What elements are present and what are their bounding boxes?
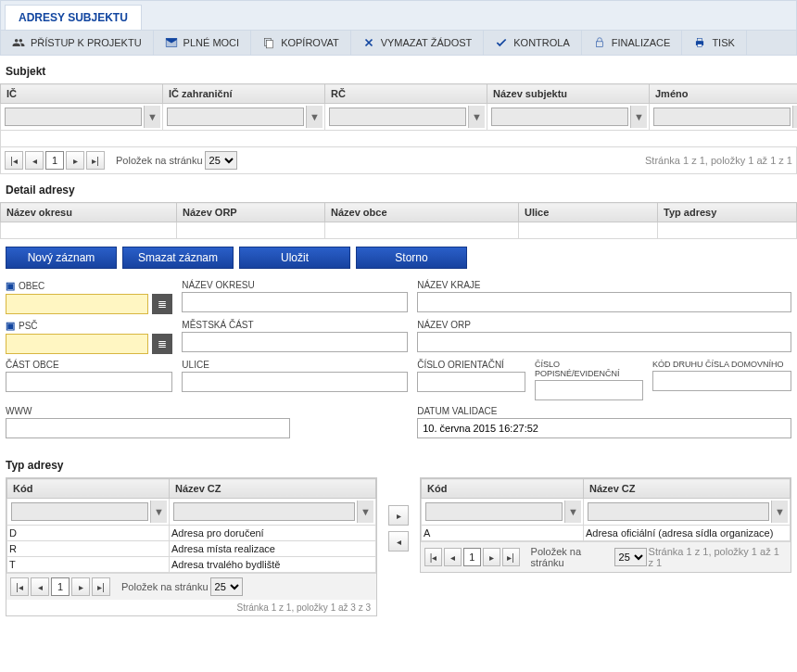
- obec-picker-button[interactable]: ≣: [152, 294, 172, 314]
- filter-icon[interactable]: ▼: [630, 106, 647, 128]
- col-ic[interactable]: IČ: [1, 84, 163, 104]
- cast-obce-input[interactable]: [6, 372, 172, 392]
- pager-prev-button[interactable]: ◂: [444, 548, 462, 566]
- mestska-cast-label: MĚSTSKÁ ČÁST: [182, 320, 408, 330]
- col-nazev[interactable]: Název subjektu: [487, 84, 650, 104]
- filter-kod-right[interactable]: [425, 502, 563, 521]
- col-obce[interactable]: Název obce: [325, 203, 519, 222]
- pager-last-button[interactable]: ▸|: [92, 577, 110, 596]
- col-kod[interactable]: Kód: [422, 479, 584, 499]
- pager-first-button[interactable]: |◂: [5, 151, 23, 170]
- filter-rc[interactable]: [329, 108, 466, 126]
- filter-nazev[interactable]: [491, 108, 628, 126]
- psc-input[interactable]: [6, 334, 148, 354]
- pager-size-select[interactable]: 25: [614, 548, 647, 566]
- move-left-button[interactable]: ◂: [388, 531, 409, 552]
- novy-zaznam-button[interactable]: Nový záznam: [6, 247, 117, 269]
- lock-icon: [593, 36, 606, 49]
- cislo-pop-input[interactable]: [535, 380, 643, 400]
- filter-icon[interactable]: ▼: [564, 501, 581, 523]
- toolbar: PŘÍSTUP K PROJEKTU PLNÉ MOCI KOPÍROVAT V…: [0, 31, 797, 56]
- tab-adresy-subjektu[interactable]: ADRESY SUBJEKTU: [5, 5, 142, 30]
- check-icon: [495, 36, 508, 49]
- col-nazevcz[interactable]: Název CZ: [584, 479, 791, 499]
- www-input[interactable]: [6, 418, 290, 438]
- datum-validace-label: DATUM VALIDACE: [417, 406, 791, 416]
- smazat-zaznam-button[interactable]: Smazat záznam: [122, 247, 234, 269]
- svg-rect-5: [698, 38, 702, 41]
- filter-nazev-right[interactable]: [588, 502, 769, 521]
- filter-kod-left[interactable]: [11, 502, 148, 521]
- svg-rect-6: [698, 44, 702, 47]
- pager-last-button[interactable]: ▸|: [86, 151, 105, 170]
- pristup-button[interactable]: PŘÍSTUP K PROJEKTU: [1, 31, 154, 55]
- subjekt-table: IČ IČ zahraniční RČ Název subjektu Jméno…: [0, 83, 797, 147]
- filter-jmeno[interactable]: [653, 108, 791, 126]
- table-row[interactable]: RAdresa místa realizace: [7, 541, 376, 557]
- pager-prev-button[interactable]: ◂: [31, 577, 49, 596]
- filter-icon[interactable]: ▼: [792, 106, 797, 128]
- table-row[interactable]: TAdresa trvalého bydliště: [7, 557, 376, 573]
- vymazat-button[interactable]: VYMAZAT ŽÁDOST: [351, 31, 485, 55]
- filter-icon[interactable]: ▼: [150, 501, 167, 523]
- kod-druhu-label: KÓD DRUHU ČÍSLA DOMOVNÍHO: [652, 360, 791, 369]
- col-rc[interactable]: RČ: [325, 84, 487, 104]
- vymazat-label: VYMAZAT ŽÁDOST: [381, 37, 473, 48]
- print-icon: [693, 36, 706, 49]
- finalizace-button[interactable]: FINALIZACE: [582, 31, 683, 55]
- table-row[interactable]: DAdresa pro doručení: [7, 526, 376, 541]
- col-orp[interactable]: Název ORP: [177, 203, 325, 222]
- tisk-button[interactable]: TISK: [682, 31, 746, 55]
- obec-input[interactable]: [6, 294, 148, 314]
- col-jmeno[interactable]: Jméno: [650, 84, 798, 104]
- filter-icon[interactable]: ▼: [771, 501, 788, 523]
- pager-next-button[interactable]: ▸: [71, 577, 90, 596]
- ulice-input[interactable]: [182, 372, 408, 392]
- filter-ic-zahr[interactable]: [167, 108, 304, 126]
- col-nazevcz[interactable]: Název CZ: [170, 479, 376, 499]
- plne-moci-label: PLNÉ MOCI: [183, 37, 240, 48]
- pager-next-button[interactable]: ▸: [66, 151, 84, 170]
- col-okres[interactable]: Název okresu: [1, 203, 177, 222]
- kontrola-button[interactable]: KONTROLA: [484, 31, 582, 55]
- plne-moci-button[interactable]: PLNÉ MOCI: [154, 31, 252, 55]
- pager-last-button[interactable]: ▸|: [502, 548, 520, 566]
- pager-prev-button[interactable]: ◂: [25, 151, 44, 170]
- psc-picker-button[interactable]: ≣: [152, 334, 172, 354]
- filter-ic[interactable]: [5, 108, 142, 126]
- col-ic-zahr[interactable]: IČ zahraniční: [163, 84, 325, 104]
- pager-page[interactable]: 1: [45, 151, 64, 170]
- ulozit-button[interactable]: Uložit: [239, 247, 350, 269]
- mail-icon: [165, 36, 178, 49]
- cast-obce-label: ČÁST OBCE: [6, 360, 172, 370]
- nazev-orp-input[interactable]: [417, 332, 791, 352]
- col-kod[interactable]: Kód: [7, 479, 170, 499]
- pager-size-label: Položek na stránku: [116, 155, 203, 166]
- col-typ[interactable]: Typ adresy: [658, 203, 797, 222]
- cislo-orient-label: ČÍSLO ORIENTAČNÍ: [417, 360, 525, 370]
- pager-page[interactable]: 1: [463, 548, 481, 566]
- kod-druhu-input[interactable]: [652, 371, 791, 391]
- cislo-orient-input[interactable]: [417, 372, 525, 392]
- kopirovat-button[interactable]: KOPÍROVAT: [251, 31, 351, 55]
- pager-size-select[interactable]: 25: [210, 577, 243, 596]
- pager-size-select[interactable]: 25: [205, 151, 237, 170]
- filter-icon[interactable]: ▼: [468, 106, 485, 128]
- move-right-button[interactable]: ▸: [388, 505, 409, 526]
- detail-table: Název okresu Název ORP Název obce Ulice …: [0, 202, 797, 239]
- nazev-okresu-input[interactable]: [182, 292, 408, 312]
- pager-first-button[interactable]: |◂: [10, 577, 29, 596]
- col-ulice[interactable]: Ulice: [519, 203, 658, 222]
- filter-icon[interactable]: ▼: [357, 501, 373, 523]
- pager-first-button[interactable]: |◂: [424, 548, 442, 566]
- detail-heading: Detail adresy: [0, 174, 797, 202]
- storno-button[interactable]: Storno: [356, 247, 467, 269]
- filter-nazev-left[interactable]: [173, 502, 355, 521]
- nazev-kraje-input[interactable]: [417, 292, 791, 312]
- filter-icon[interactable]: ▼: [144, 106, 160, 128]
- table-row[interactable]: AAdresa oficiální (adresa sídla organiza…: [422, 526, 791, 541]
- pager-page[interactable]: 1: [51, 577, 70, 596]
- pager-next-button[interactable]: ▸: [483, 548, 500, 566]
- mestska-cast-input[interactable]: [182, 332, 408, 352]
- filter-icon[interactable]: ▼: [306, 106, 323, 128]
